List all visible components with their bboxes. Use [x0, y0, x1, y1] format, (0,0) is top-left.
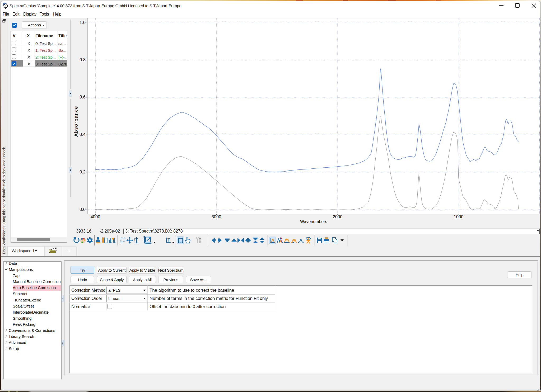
svg-text:T: T	[167, 238, 170, 243]
